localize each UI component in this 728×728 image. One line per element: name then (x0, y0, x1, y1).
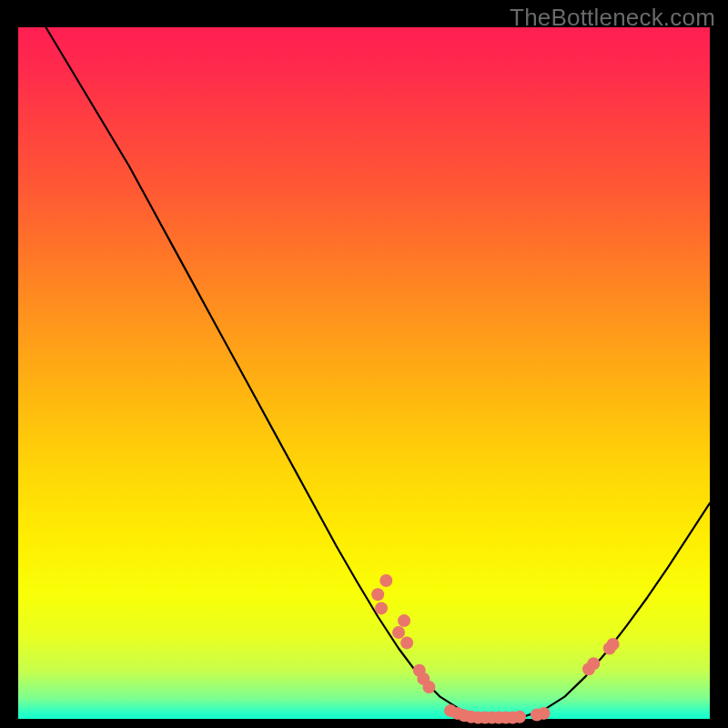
data-markers-group (371, 574, 619, 723)
data-marker (607, 638, 620, 651)
data-marker (392, 626, 405, 639)
data-marker (375, 602, 388, 614)
curve-layer (18, 27, 710, 719)
data-marker (538, 707, 551, 720)
data-marker (587, 657, 600, 670)
data-marker (371, 588, 384, 601)
bottleneck-curve (46, 27, 710, 719)
data-marker (379, 574, 392, 587)
data-marker (400, 636, 413, 649)
data-marker (422, 681, 435, 693)
chart-container: TheBottleneck.com (0, 0, 728, 728)
data-marker (398, 614, 410, 627)
data-marker (513, 711, 526, 723)
plot-area (18, 27, 710, 719)
